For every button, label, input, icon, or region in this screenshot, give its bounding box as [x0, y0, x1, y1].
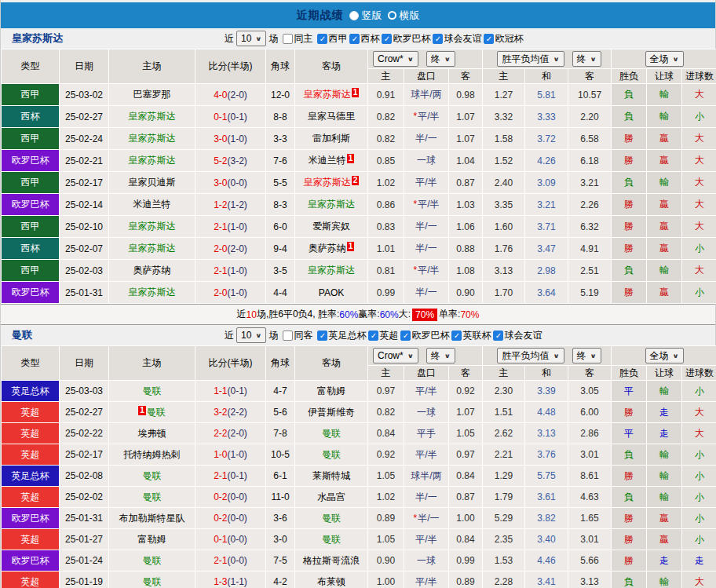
league-filter[interactable]: ✓西杯	[349, 32, 379, 46]
home-team-cell[interactable]: 曼联	[109, 466, 195, 487]
league-checkbox[interactable]: ✓	[368, 331, 378, 341]
handicap-star: *	[413, 265, 417, 276]
league-checkbox[interactable]: ✓	[433, 34, 443, 44]
games-count-select[interactable]: 10 ∨	[236, 327, 266, 343]
away-team-cell[interactable]: 皇家苏斯达1	[295, 84, 368, 106]
result-wdl-cell: 勝	[612, 216, 647, 238]
home-team-cell[interactable]: 皇家苏斯达	[109, 128, 195, 150]
home-team-cell[interactable]: 曼联	[109, 381, 195, 402]
team-name: 皇家苏斯达	[308, 199, 355, 210]
halftime-score: (0-0)	[228, 555, 247, 566]
league-checkbox[interactable]: ✓	[317, 331, 327, 341]
league-filter[interactable]: ✓西甲	[317, 32, 347, 46]
away-team-cell[interactable]: 皇家马德里	[295, 106, 368, 128]
league-filter[interactable]: ✓英联杯	[451, 329, 491, 342]
home-team-cell[interactable]: 皇家苏斯达	[109, 238, 195, 260]
home-team-cell[interactable]: 皇家苏斯达	[109, 216, 195, 238]
odds-time-select[interactable]: 终∨	[426, 51, 455, 67]
chevron-down-icon: ∨	[444, 352, 451, 360]
home-team-cell[interactable]: 曼联	[109, 572, 195, 588]
radio-unselected-icon[interactable]	[388, 11, 396, 20]
col-handicap: 盘口	[404, 69, 449, 84]
avg-draw-cell: 3.72	[525, 128, 568, 150]
team-name: 曼联	[143, 470, 162, 481]
home-team-cell[interactable]: 皇家苏斯达	[109, 150, 195, 172]
away-team-cell[interactable]: PAOK	[295, 282, 368, 304]
odds-time-select[interactable]: 终∨	[426, 348, 455, 363]
home-team-cell[interactable]: 曼联	[109, 487, 195, 508]
fulltime-select[interactable]: 全场∨	[645, 51, 684, 67]
away-team-cell[interactable]: 曼联	[295, 508, 368, 529]
league-filter[interactable]: ✓球会友谊	[493, 329, 542, 342]
league-checkbox[interactable]: ✓	[451, 331, 462, 341]
home-team-cell[interactable]: 布加勒斯特星队	[109, 508, 195, 529]
away-team-cell[interactable]: 米迪兰特1	[295, 150, 368, 172]
away-team-cell[interactable]: 奥萨苏纳1	[295, 238, 368, 260]
venue-filter[interactable]: 同客	[283, 329, 312, 342]
away-team-cell[interactable]: 富勒姆	[295, 381, 368, 402]
away-team-cell[interactable]: 伊普斯维奇	[295, 402, 368, 423]
venue-checkbox[interactable]	[283, 331, 293, 341]
result-goals-cell: 小	[682, 444, 716, 466]
venue-filter[interactable]: 同主	[283, 32, 312, 46]
layout-radio-vertical[interactable]: 竖版	[349, 9, 382, 23]
home-team-cell[interactable]: 富勒姆	[109, 529, 195, 550]
home-team-cell[interactable]: 曼联	[109, 550, 195, 572]
league-filter[interactable]: ✓球会友谊	[433, 32, 481, 46]
league-filter[interactable]: ✓欧罗巴杯	[400, 329, 449, 342]
avg-odds-select[interactable]: 胜平负均值∨	[497, 348, 564, 363]
home-team-cell[interactable]: 奥萨苏纳	[109, 260, 195, 282]
home-team-cell[interactable]: 米迪兰特	[109, 194, 195, 216]
home-team-cell[interactable]: 皇家贝迪斯	[109, 172, 195, 194]
league-filter[interactable]: ✓欧冠杯	[484, 32, 523, 46]
away-team-cell[interactable]: 雷加利斯	[295, 128, 368, 150]
score-cell: 1-2(1-2)	[195, 194, 266, 216]
home-team-cell[interactable]: 托特纳姆热刺	[109, 444, 195, 466]
odds-source-select[interactable]: Crow*∨	[373, 51, 418, 67]
league-filter[interactable]: ✓英超	[368, 329, 398, 342]
league-checkbox[interactable]: ✓	[493, 331, 503, 341]
avg-draw-cell: 4.48	[525, 402, 568, 423]
fulltime-select[interactable]: 全场∨	[645, 348, 684, 363]
league-checkbox[interactable]: ✓	[317, 34, 327, 44]
summary-segment: 大:	[399, 308, 411, 321]
league-filter[interactable]: ✓欧罗巴杯	[382, 32, 430, 46]
league-cell: 西甲	[2, 260, 60, 282]
away-team-cell[interactable]: 曼联	[295, 444, 368, 466]
league-checkbox[interactable]: ✓	[349, 34, 360, 44]
away-team-cell[interactable]: 皇家苏斯达	[295, 260, 368, 282]
league-checkbox[interactable]: ✓	[484, 34, 494, 44]
games-count-select[interactable]: 10 ∨	[236, 31, 266, 46]
avg-odds-select[interactable]: 胜平负均值∨	[497, 51, 564, 67]
layout-radio-horizontal[interactable]: 横版	[388, 9, 420, 23]
games-suffix-label: 场	[268, 32, 278, 46]
odds-source-select[interactable]: Crow*∨	[373, 348, 418, 363]
away-team-cell[interactable]: 爱斯宾奴	[295, 216, 368, 238]
venue-checkbox[interactable]	[283, 34, 293, 44]
away-team-cell[interactable]: 格拉斯哥流浪	[295, 550, 368, 572]
date-cell: 25-02-24	[60, 128, 109, 150]
match-row: 欧罗巴杯25-01-24曼联2-1(0-0)7-5格拉斯哥流浪0.90一球0.9…	[2, 550, 716, 572]
home-team-cell[interactable]: 皇家苏斯达	[109, 106, 195, 128]
away-team-cell[interactable]: 曼联	[295, 529, 368, 550]
away-team-cell[interactable]: 皇家苏斯达2	[295, 172, 368, 194]
away-team-cell[interactable]: 布莱顿	[295, 572, 368, 588]
result-wdl-cell: 勝	[612, 238, 647, 260]
avg-draw-cell: 3.40	[525, 529, 568, 550]
away-team-cell[interactable]: 曼联	[295, 423, 368, 444]
home-team-cell[interactable]: 1曼联	[109, 402, 195, 423]
league-checkbox[interactable]: ✓	[400, 331, 411, 341]
home-team-cell[interactable]: 皇家苏斯达	[109, 282, 195, 304]
home-team-cell[interactable]: 巴塞罗那	[109, 84, 195, 106]
home-team-cell[interactable]: 埃弗顿	[109, 423, 195, 444]
away-team-cell[interactable]: 水晶宫	[295, 487, 368, 508]
avg-time-select[interactable]: 终∨	[572, 348, 601, 363]
avg-home-cell: 3.32	[483, 106, 525, 128]
league-checkbox[interactable]: ✓	[382, 34, 392, 44]
radio-selected-icon[interactable]	[349, 11, 359, 20]
league-filter[interactable]: ✓英足总杯	[317, 329, 366, 342]
avg-time-select[interactable]: 终∨	[572, 51, 601, 67]
corner-cell: 3-6	[266, 508, 295, 529]
away-team-cell[interactable]: 皇家苏斯达	[295, 194, 368, 216]
away-team-cell[interactable]: 莱斯特城	[295, 466, 368, 487]
